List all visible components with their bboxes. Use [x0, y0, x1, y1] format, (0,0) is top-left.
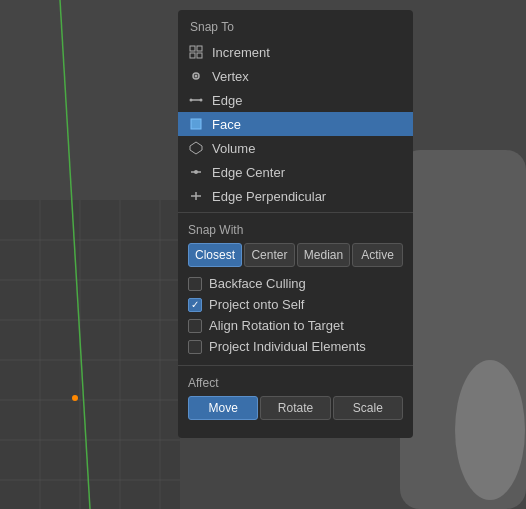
volume-label: Volume [212, 141, 255, 156]
edge-label: Edge [212, 93, 242, 108]
project-individual-label: Project Individual Elements [209, 339, 366, 354]
rotate-button[interactable]: Rotate [260, 396, 330, 420]
active-button[interactable]: Active [352, 243, 403, 267]
svg-point-25 [200, 99, 203, 102]
align-rotation-label: Align Rotation to Target [209, 318, 344, 333]
increment-label: Increment [212, 45, 270, 60]
checkmark-icon: ✓ [191, 300, 199, 310]
divider-1 [178, 212, 413, 213]
snap-item-face[interactable]: Face [178, 112, 413, 136]
align-rotation-row[interactable]: Align Rotation to Target [188, 315, 403, 336]
backface-culling-row[interactable]: Backface Culling [188, 273, 403, 294]
snap-item-edge-perpendicular[interactable]: Edge Perpendicular [178, 184, 413, 208]
snap-to-label: Snap To [178, 18, 413, 40]
move-button[interactable]: Move [188, 396, 258, 420]
closest-button[interactable]: Closest [188, 243, 242, 267]
svg-rect-18 [197, 46, 202, 51]
divider-2 [178, 365, 413, 366]
svg-point-16 [72, 395, 78, 401]
face-icon [188, 116, 204, 132]
project-individual-row[interactable]: Project Individual Elements [188, 336, 403, 357]
snap-item-edge[interactable]: Edge [178, 88, 413, 112]
face-label: Face [212, 117, 241, 132]
center-button[interactable]: Center [244, 243, 295, 267]
project-onto-self-label: Project onto Self [209, 297, 304, 312]
snap-item-increment[interactable]: Increment [178, 40, 413, 64]
svg-marker-27 [190, 142, 202, 154]
svg-point-15 [455, 360, 525, 500]
svg-rect-1 [0, 200, 180, 509]
align-rotation-checkbox[interactable] [188, 319, 202, 333]
grid-icon [188, 44, 204, 60]
scale-button[interactable]: Scale [333, 396, 403, 420]
snap-with-label: Snap With [188, 223, 403, 237]
svg-point-29 [194, 170, 198, 174]
vertex-icon [188, 68, 204, 84]
project-individual-checkbox[interactable] [188, 340, 202, 354]
snap-with-buttons: Closest Center Median Active [188, 243, 403, 267]
snap-item-volume[interactable]: Volume [178, 136, 413, 160]
svg-rect-20 [197, 53, 202, 58]
affect-buttons: Move Rotate Scale [188, 396, 403, 420]
vertex-label: Vertex [212, 69, 249, 84]
affect-label: Affect [188, 376, 403, 390]
snap-with-section: Snap With Closest Center Median Active B… [178, 217, 413, 361]
svg-rect-17 [190, 46, 195, 51]
project-onto-self-checkbox[interactable]: ✓ [188, 298, 202, 312]
edge-center-icon [188, 164, 204, 180]
affect-section: Affect Move Rotate Scale [178, 370, 413, 430]
edge-perpendicular-label: Edge Perpendicular [212, 189, 326, 204]
edge-center-label: Edge Center [212, 165, 285, 180]
svg-rect-19 [190, 53, 195, 58]
median-button[interactable]: Median [297, 243, 350, 267]
backface-culling-label: Backface Culling [209, 276, 306, 291]
svg-point-22 [195, 75, 198, 78]
edge-perp-icon [188, 188, 204, 204]
backface-culling-checkbox[interactable] [188, 277, 202, 291]
snap-item-vertex[interactable]: Vertex [178, 64, 413, 88]
snap-panel: Snap To Increment Vertex Edge Face Volum… [178, 10, 413, 438]
project-onto-self-row[interactable]: ✓ Project onto Self [188, 294, 403, 315]
snap-item-edge-center[interactable]: Edge Center [178, 160, 413, 184]
svg-rect-26 [191, 119, 201, 129]
edge-icon [188, 92, 204, 108]
svg-point-24 [190, 99, 193, 102]
volume-icon [188, 140, 204, 156]
